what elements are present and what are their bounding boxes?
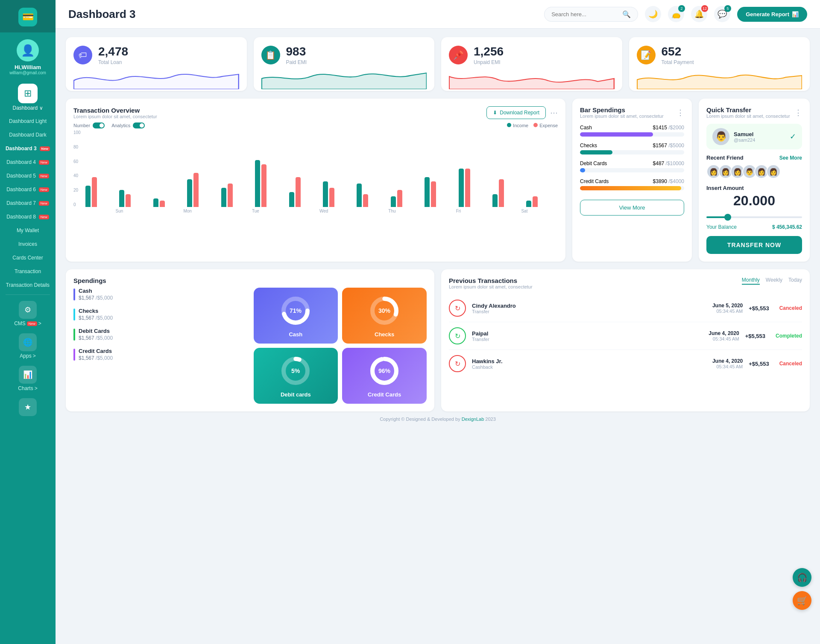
balance-row: Your Balance $ 456,345.62	[706, 224, 802, 230]
paid-emi-wave	[261, 68, 427, 91]
sidebar-item-invoices[interactable]: Invoices	[0, 237, 56, 251]
sidebar-item-dashboard-light[interactable]: Dashboard Light	[0, 114, 56, 128]
apps-label[interactable]: Apps >	[20, 353, 35, 359]
fab-cart[interactable]: 🛒	[793, 591, 811, 610]
analytics-legend: Analytics	[111, 122, 145, 128]
bar-sat1-teal[interactable]	[391, 196, 396, 207]
bar-fri1-red[interactable]	[296, 177, 301, 207]
dashboard-nav-label[interactable]: Dashboard ∨	[12, 105, 43, 111]
sidebar-item-wallet[interactable]: My Wallet	[0, 224, 56, 237]
friend-6[interactable]: 👩	[766, 164, 781, 179]
bar-sat3-red[interactable]	[465, 169, 470, 207]
bar-sat4-red[interactable]	[499, 179, 504, 207]
bar-mon-teal[interactable]	[119, 190, 124, 207]
bar-fri1-teal[interactable]	[289, 192, 294, 207]
bar-thu2-red[interactable]	[261, 164, 266, 207]
sidebar-item-dashboard-dark[interactable]: Dashboard Dark	[0, 128, 56, 142]
transfer-now-button[interactable]: TRANSFER NOW	[706, 236, 802, 254]
y-label-80: 80	[73, 145, 81, 149]
bar-sat4-teal[interactable]	[492, 194, 498, 207]
total-payment-icon: 📝	[637, 46, 656, 64]
bar-spendings-more-btn[interactable]: ⋮	[676, 108, 684, 117]
bar-sat5-teal[interactable]	[526, 201, 531, 207]
sl-credit-label: Credit Cards	[79, 348, 113, 354]
unpaid-emi-label: Unpaid EMI	[474, 59, 504, 65]
sidebar-item-dashboard8[interactable]: Dashboard 8 New	[0, 210, 56, 224]
wallet-icon-btn[interactable]: 👝 2	[668, 6, 684, 22]
logo-icon[interactable]: 💳	[18, 8, 37, 26]
bar-sun-red[interactable]	[92, 177, 97, 207]
theme-toggle-btn[interactable]: 🌙	[645, 6, 661, 22]
bottom-grid: Spendings Cash $1,567 /$5,000	[66, 269, 810, 411]
tx-hawkins-time: 05:34:45 AM	[712, 364, 743, 369]
y-label-0: 0	[73, 202, 81, 207]
cms-gear-icon[interactable]: ⚙	[19, 301, 37, 319]
charts-label[interactable]: Charts >	[18, 385, 37, 391]
bar-wed-red[interactable]	[193, 173, 199, 207]
search-box[interactable]: 🔍	[544, 7, 638, 22]
sidebar-item-cards[interactable]: Cards Center	[0, 251, 56, 265]
bar-thu2-teal[interactable]	[255, 160, 260, 207]
charts-icon[interactable]: 📊	[19, 366, 37, 384]
bar-wed-teal[interactable]	[187, 179, 192, 207]
sidebar-item-dashboard4[interactable]: Dashboard 4 New	[0, 155, 56, 169]
bar-fri2-red[interactable]	[329, 188, 334, 207]
credit-donut-label: Credit Cards	[368, 391, 401, 398]
bar-tue-red[interactable]	[160, 201, 165, 207]
fab-headset[interactable]: 🎧	[793, 568, 811, 587]
star-icon[interactable]: ★	[19, 398, 37, 416]
generate-report-button[interactable]: Generate Report 📊	[737, 7, 807, 22]
bar-sat1-red[interactable]	[397, 190, 402, 207]
sidebar-item-transaction-details[interactable]: Transaction Details	[0, 278, 56, 292]
quick-transfer-more-btn[interactable]: ⋮	[794, 108, 802, 117]
sidebar-item-dashboard7[interactable]: Dashboard 7 New	[0, 196, 56, 210]
bar-fri3-red[interactable]	[363, 194, 368, 207]
sidebar-item-dashboard3[interactable]: Dashboard 3 New	[0, 142, 56, 155]
analytics-toggle[interactable]	[133, 122, 145, 128]
unpaid-emi-wave	[449, 68, 615, 91]
bar-fri3-teal[interactable]	[357, 184, 362, 207]
donut-debit[interactable]: 5% Debit cards	[254, 348, 338, 404]
cms-label[interactable]: CMS New >	[14, 321, 41, 326]
see-more-link[interactable]: See More	[779, 155, 802, 161]
bar-sat2-teal[interactable]	[425, 177, 430, 207]
download-report-button[interactable]: ⬇ Download Report	[486, 106, 546, 119]
bar-thu1-teal[interactable]	[221, 188, 226, 207]
donut-checks[interactable]: 30% Checks	[342, 288, 427, 344]
search-input[interactable]	[551, 11, 619, 17]
donut-credit[interactable]: 96% Credit Cards	[342, 348, 427, 404]
number-toggle[interactable]	[93, 122, 105, 128]
notification-btn[interactable]: 🔔 12	[691, 6, 707, 22]
tx-cindy-date: June 5, 2020	[712, 303, 743, 309]
message-btn[interactable]: 💬 5	[714, 6, 730, 22]
bar-sun-teal[interactable]	[85, 186, 91, 207]
bar-sat2-red[interactable]	[431, 181, 436, 207]
bar-sat3-teal[interactable]	[459, 169, 464, 207]
bar-thu1-red[interactable]	[228, 184, 233, 207]
badge-d6: New	[39, 187, 49, 192]
donut-cash[interactable]: 71% Cash	[254, 288, 338, 344]
sidebar-item-dashboard5[interactable]: Dashboard 5 New	[0, 169, 56, 183]
tab-monthly[interactable]: Monthly	[742, 277, 760, 285]
tab-today[interactable]: Today	[788, 277, 802, 285]
sidebar-item-transaction[interactable]: Transaction	[0, 265, 56, 278]
tx-item-paipal: ↻ Paipal Transfer June 4, 2020 05:34:45 …	[449, 322, 802, 350]
bar-tue-teal[interactable]	[153, 198, 158, 207]
bar-mon-red[interactable]	[126, 194, 131, 207]
amount-slider[interactable]	[706, 216, 802, 218]
bar-sat5-red[interactable]	[533, 196, 538, 207]
tab-weekly[interactable]: Weekly	[766, 277, 782, 285]
sidebar-item-dashboard6[interactable]: Dashboard 6 New	[0, 183, 56, 196]
stats-grid: 🏷 2,478 Total Loan 📋 983	[66, 37, 810, 91]
bar-fri2-teal[interactable]	[323, 181, 328, 207]
spending-debit-amount: $487	[653, 160, 665, 166]
debit-donut-svg: 5%	[278, 354, 313, 388]
apps-icon[interactable]: 🌐	[19, 333, 37, 351]
fab-container: 🎧 🛒	[793, 568, 811, 610]
footer-link[interactable]: DexignLab	[462, 417, 484, 422]
sidebar-divider	[6, 294, 50, 295]
tx-overview-more-btn[interactable]: ⋯	[550, 108, 558, 117]
y-label-100: 100	[73, 130, 81, 135]
view-more-button[interactable]: View More	[580, 200, 684, 216]
dashboard-icon-btn[interactable]: ⊞	[18, 84, 38, 103]
